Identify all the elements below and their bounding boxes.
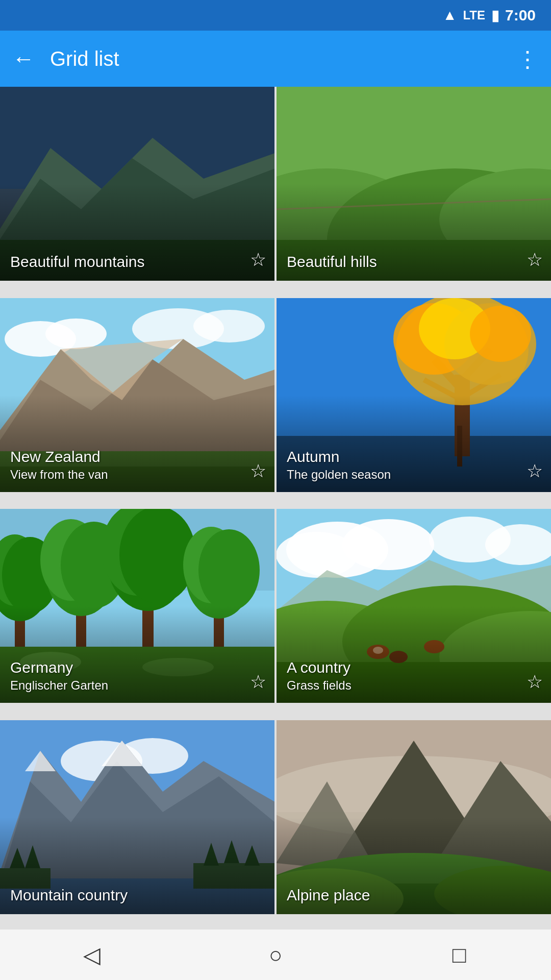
item-6-title: A country [287, 659, 520, 676]
item-5-title: Germany [10, 659, 244, 676]
item-6-star[interactable]: ☆ [527, 671, 543, 693]
item-2-star[interactable]: ☆ [527, 249, 543, 271]
item-4-star[interactable]: ☆ [527, 460, 543, 482]
svg-point-52 [198, 529, 260, 611]
status-bar-right: ▲ LTE ▮ 7:00 [443, 7, 536, 24]
nav-back-icon: ◁ [83, 942, 101, 968]
item-2-info: Beautiful hills [287, 253, 520, 271]
status-bar: ▲ LTE ▮ 7:00 [0, 0, 551, 31]
item-3-subtitle: View from the van [10, 468, 244, 482]
more-options-icon: ⋮ [516, 46, 539, 72]
item-8-info: Alpine place [287, 887, 520, 904]
item-3-title: New Zealand [10, 448, 244, 465]
grid-item-autumn[interactable]: Autumn The golden season ☆ [277, 298, 551, 492]
svg-point-58 [342, 519, 434, 570]
item-3-info: New Zealand View from the van [10, 448, 244, 482]
grid-item-a-country[interactable]: A country Grass fields ☆ [277, 509, 551, 703]
back-icon: ← [12, 46, 35, 71]
svg-point-13 [45, 318, 107, 349]
grid-item-beautiful-hills[interactable]: Beautiful hills ☆ [277, 87, 551, 281]
item-3-star[interactable]: ☆ [250, 460, 266, 482]
app-bar-title: Grid list [50, 47, 501, 70]
item-1-title: Beautiful mountains [10, 253, 244, 271]
nav-back-button[interactable]: ◁ [61, 935, 122, 975]
item-4-subtitle: The golden season [287, 468, 520, 482]
item-2-title: Beautiful hills [287, 253, 520, 271]
item-4-info: Autumn The golden season [287, 448, 520, 482]
nav-recent-button[interactable]: □ [429, 935, 490, 975]
app-bar: ← Grid list ⋮ [0, 31, 551, 87]
time-display: 7:00 [505, 7, 536, 24]
item-8-title: Alpine place [287, 887, 520, 904]
item-5-star[interactable]: ☆ [250, 671, 266, 693]
grid-item-germany[interactable]: Germany Englischer Garten ☆ [0, 509, 274, 703]
grid-item-mountain-country[interactable]: Mountain country ☆ [0, 720, 274, 914]
nav-home-icon: ○ [269, 942, 283, 968]
item-6-info: A country Grass fields [287, 659, 520, 693]
svg-point-59 [277, 532, 358, 578]
item-6-subtitle: Grass fields [287, 678, 520, 693]
navigation-bar: ◁ ○ □ [0, 929, 551, 980]
grid-item-new-zealand[interactable]: New Zealand View from the van ☆ [0, 298, 274, 492]
item-7-title: Mountain country [10, 887, 244, 904]
grid-item-alpine-place[interactable]: Alpine place ☆ [277, 720, 551, 914]
back-button[interactable]: ← [12, 46, 35, 71]
wifi-icon: ▲ [443, 7, 457, 23]
item-1-info: Beautiful mountains [10, 253, 244, 271]
svg-point-15 [193, 310, 265, 342]
item-7-info: Mountain country [10, 887, 244, 904]
item-5-subtitle: Englischer Garten [10, 678, 244, 693]
lte-icon: LTE [463, 8, 485, 22]
grid-item-beautiful-mountains[interactable]: Beautiful mountains ☆ [0, 87, 274, 281]
grid-list: Beautiful mountains ☆ Beautiful hills ☆ [0, 87, 551, 929]
svg-point-34 [470, 306, 531, 362]
nav-recent-icon: □ [453, 942, 466, 968]
item-4-title: Autumn [287, 448, 520, 465]
nav-home-button[interactable]: ○ [245, 935, 306, 975]
item-5-info: Germany Englischer Garten [10, 659, 244, 693]
menu-button[interactable]: ⋮ [516, 46, 539, 72]
battery-icon: ▮ [491, 7, 499, 24]
item-1-star[interactable]: ☆ [250, 249, 266, 271]
